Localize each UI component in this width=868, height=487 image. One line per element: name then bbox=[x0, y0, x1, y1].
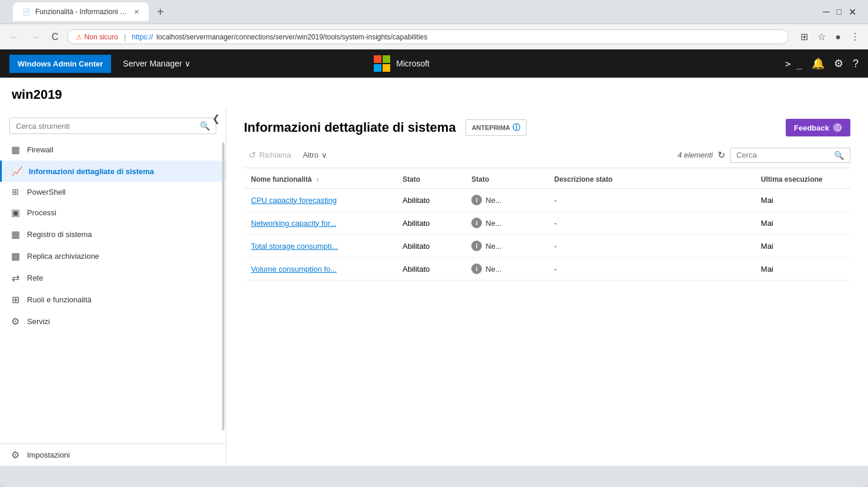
panel-header: Informazioni dettagliate di sistema ANTE… bbox=[244, 107, 850, 142]
status-info-net: i Ne... bbox=[471, 218, 540, 228]
sidebar-item-servizi[interactable]: ⚙ Servizi bbox=[0, 311, 226, 332]
table-cell-desc-net: - bbox=[547, 212, 754, 235]
refresh-button[interactable]: C bbox=[48, 29, 62, 45]
capability-link-volume[interactable]: Volume consumption fo... bbox=[251, 265, 337, 273]
notifications-button[interactable]: 🔔 bbox=[812, 57, 825, 70]
table-cell-stato2: i Ne... bbox=[464, 235, 547, 258]
sidebar-item-label: Servizi bbox=[27, 317, 50, 326]
table-cell-exec-cpu: Mai bbox=[754, 189, 850, 212]
table-row: CPU capacity forecasting Abilitato i Ne.… bbox=[244, 189, 850, 212]
sidebar-item-rete[interactable]: ⇄ Rete bbox=[0, 267, 226, 289]
item-count: 4 elementi bbox=[678, 151, 713, 159]
info-icon-cpu: i bbox=[471, 195, 482, 205]
rete-icon: ⇄ bbox=[9, 272, 21, 283]
tab-bar: 📄 Funzionalità - Informazioni detta ✕ + bbox=[7, 1, 818, 22]
address-icons: ⊞ ☆ ● ⋮ bbox=[798, 29, 862, 45]
microsoft-logo: Microsoft bbox=[374, 55, 430, 72]
col-header-exec[interactable]: Ultima esecuzione bbox=[754, 171, 850, 189]
table-cell-stato1: Abilitato bbox=[396, 212, 464, 235]
sidebar-item-firewall[interactable]: ▦ Firewall bbox=[0, 139, 226, 161]
sidebar-item-impostazioni[interactable]: ⚙ Impostazioni bbox=[0, 444, 226, 466]
address-bar: ← → C ⚠ Non sicuro | https://localhost/s… bbox=[0, 24, 868, 49]
toolbar-search[interactable]: 🔍 bbox=[730, 148, 850, 163]
sidebar-item-label: Registro di sistema bbox=[27, 230, 92, 239]
refresh-table-button[interactable]: ↻ bbox=[715, 147, 728, 163]
capability-link-cpu[interactable]: CPU capacity forecasting bbox=[251, 196, 337, 205]
translate-button[interactable]: ⊞ bbox=[798, 29, 810, 45]
terminal-button[interactable]: > _ bbox=[785, 58, 802, 69]
status-info-volume: i Ne... bbox=[471, 263, 540, 274]
maximize-button[interactable]: □ bbox=[837, 6, 842, 18]
close-button[interactable]: ✕ bbox=[849, 6, 856, 18]
sidebar-menu: ▦ Firewall 📈 Informazioni dettagliate di… bbox=[0, 139, 226, 332]
main-panel: Informazioni dettagliate di sistema ANTE… bbox=[226, 107, 868, 466]
sidebar-scrollbar[interactable] bbox=[222, 142, 224, 431]
forward-button[interactable]: → bbox=[27, 29, 43, 45]
table-cell-stato2: i Ne... bbox=[464, 212, 547, 235]
col-header-nome[interactable]: Nome funzionalità ↑ bbox=[244, 171, 396, 189]
sidebar-item-powershell[interactable]: ⊞ PowerShell bbox=[0, 182, 226, 202]
new-tab-button[interactable]: + bbox=[151, 3, 170, 21]
firewall-icon: ▦ bbox=[9, 144, 21, 155]
col-header-desc[interactable]: Descrizione stato bbox=[547, 171, 754, 189]
sidebar-item-registro[interactable]: ▦ Registro di sistema bbox=[0, 224, 226, 245]
table-cell-stato1: Abilitato bbox=[396, 189, 464, 212]
sidebar-item-replica[interactable]: ▩ Replica archiviazione bbox=[0, 245, 226, 267]
sidebar-item-label: Informazioni dettagliate di sistema bbox=[29, 167, 154, 176]
url-secure-part: https:// bbox=[132, 33, 153, 41]
data-table: Nome funzionalità ↑ Stato Stato Descrizi… bbox=[244, 171, 850, 281]
capability-link-net[interactable]: Networking capacity for... bbox=[251, 219, 336, 228]
impostazioni-icon: ⚙ bbox=[9, 449, 21, 461]
security-warning: ⚠ Non sicuro bbox=[76, 33, 118, 41]
back-button[interactable]: ← bbox=[6, 29, 22, 45]
settings-button[interactable]: ⚙ bbox=[834, 57, 843, 70]
sidebar-item-label: Replica archiviazione bbox=[27, 252, 99, 261]
sidebar-item-processi[interactable]: ▣ Processi bbox=[0, 202, 226, 224]
table-cell-stato2: i Ne... bbox=[464, 258, 547, 281]
url-field[interactable]: ⚠ Non sicuro | https://localhost/serverm… bbox=[67, 29, 789, 44]
server-manager-button[interactable]: Server Manager ∨ bbox=[123, 59, 190, 68]
ms-square-red bbox=[374, 55, 381, 63]
system-insights-icon: 📈 bbox=[11, 166, 23, 176]
tab-close-button[interactable]: ✕ bbox=[134, 8, 139, 16]
active-tab[interactable]: 📄 Funzionalità - Informazioni detta ✕ bbox=[13, 2, 149, 21]
table-cell-exec-volume: Mai bbox=[754, 258, 850, 281]
sidebar-search-input[interactable] bbox=[16, 122, 196, 131]
capability-link-storage[interactable]: Total storage consumpti... bbox=[251, 242, 338, 251]
table-cell-nome: CPU capacity forecasting bbox=[244, 189, 396, 212]
table-cell-stato1: Abilitato bbox=[396, 258, 464, 281]
sidebar-item-label: Rete bbox=[27, 273, 43, 282]
sidebar-search-box[interactable]: 🔍 bbox=[9, 118, 216, 134]
minimize-button[interactable]: ─ bbox=[823, 6, 829, 18]
browser-titlebar: 📄 Funzionalità - Informazioni detta ✕ + … bbox=[0, 0, 868, 24]
status-info-storage: i Ne... bbox=[471, 241, 540, 251]
sidebar-collapse-button[interactable]: ❮ bbox=[212, 113, 220, 124]
help-button[interactable]: ? bbox=[853, 58, 859, 70]
sidebar-item-label: Ruoli e funzionalità bbox=[27, 295, 92, 304]
sidebar-item-label: Processi bbox=[27, 208, 56, 217]
sidebar-item-ruoli[interactable]: ⊞ Ruoli e funzionalità bbox=[0, 289, 226, 311]
url-path: localhost/servermanager/connections/serv… bbox=[156, 33, 427, 41]
table-cell-stato1: Abilitato bbox=[396, 235, 464, 258]
page-title-bar: win2019 bbox=[0, 78, 868, 107]
tab-title: Funzionalità - Informazioni detta bbox=[35, 8, 129, 16]
servizi-icon: ⚙ bbox=[9, 316, 21, 327]
sidebar-search: 🔍 bbox=[0, 113, 226, 139]
table-cell-nome: Volume consumption fo... bbox=[244, 258, 396, 281]
table-body: CPU capacity forecasting Abilitato i Ne.… bbox=[244, 189, 850, 281]
col-header-stato2[interactable]: Stato bbox=[464, 171, 547, 189]
toolbar-search-input[interactable] bbox=[736, 151, 830, 159]
col-header-stato1[interactable]: Stato bbox=[396, 171, 464, 189]
ruoli-icon: ⊞ bbox=[9, 294, 21, 305]
info-icon-storage: i bbox=[471, 241, 482, 251]
bookmark-button[interactable]: ☆ bbox=[815, 29, 828, 45]
altro-button[interactable]: Altro ∨ bbox=[298, 148, 332, 162]
sidebar-item-system-insights[interactable]: 📈 Informazioni dettagliate di sistema bbox=[0, 161, 226, 182]
status-info-cpu: i Ne... bbox=[471, 195, 540, 205]
sidebar-item-label: Impostazioni bbox=[27, 451, 70, 459]
table-cell-desc-volume: - bbox=[547, 258, 754, 281]
feedback-button[interactable]: Feedback ⓘ bbox=[786, 119, 850, 136]
richiama-button[interactable]: ↺ Richiama bbox=[244, 148, 296, 163]
menu-button[interactable]: ⋮ bbox=[848, 29, 862, 45]
profile-button[interactable]: ● bbox=[833, 29, 843, 45]
